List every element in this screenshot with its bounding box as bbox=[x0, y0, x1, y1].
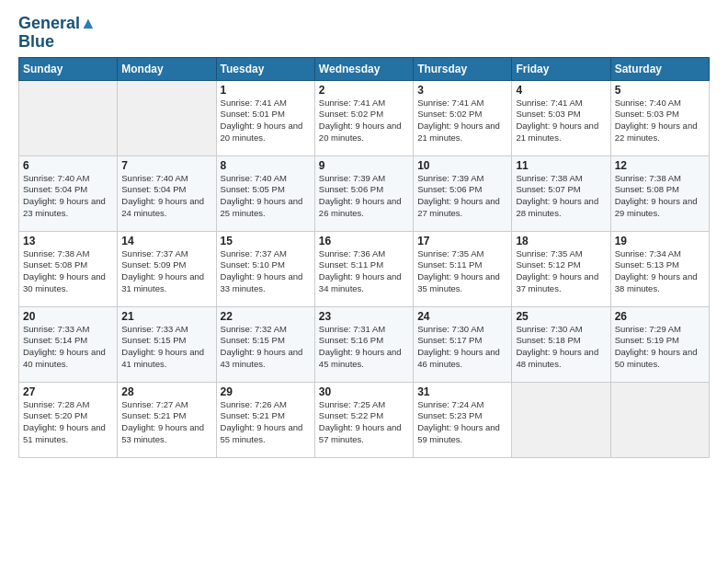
calendar-cell: 7Sunrise: 7:40 AM Sunset: 5:04 PM Daylig… bbox=[118, 155, 216, 231]
calendar-header-saturday: Saturday bbox=[610, 57, 709, 80]
day-info: Sunrise: 7:41 AM Sunset: 5:01 PM Dayligh… bbox=[221, 98, 311, 144]
day-number: 30 bbox=[319, 385, 409, 398]
calendar-cell: 12Sunrise: 7:38 AM Sunset: 5:08 PM Dayli… bbox=[610, 155, 709, 231]
day-number: 7 bbox=[121, 159, 211, 172]
day-info: Sunrise: 7:41 AM Sunset: 5:02 PM Dayligh… bbox=[319, 98, 409, 144]
day-number: 15 bbox=[221, 235, 311, 247]
day-number: 20 bbox=[23, 310, 113, 323]
page: General▲Blue SundayMondayTuesdayWednesda… bbox=[0, 0, 728, 563]
calendar-header-tuesday: Tuesday bbox=[216, 57, 314, 80]
day-number: 22 bbox=[221, 310, 311, 323]
calendar-cell: 21Sunrise: 7:33 AM Sunset: 5:15 PM Dayli… bbox=[118, 306, 216, 382]
day-number: 2 bbox=[319, 84, 409, 97]
day-number: 6 bbox=[23, 159, 113, 172]
day-info: Sunrise: 7:38 AM Sunset: 5:08 PM Dayligh… bbox=[23, 248, 113, 295]
calendar-header-monday: Monday bbox=[118, 57, 216, 80]
calendar-header-thursday: Thursday bbox=[414, 57, 512, 80]
day-number: 11 bbox=[516, 159, 606, 172]
day-number: 16 bbox=[319, 235, 409, 247]
calendar-week-row: 1Sunrise: 7:41 AM Sunset: 5:01 PM Daylig… bbox=[19, 80, 710, 155]
calendar-cell: 29Sunrise: 7:26 AM Sunset: 5:21 PM Dayli… bbox=[216, 382, 314, 457]
day-info: Sunrise: 7:40 AM Sunset: 5:05 PM Dayligh… bbox=[221, 173, 311, 220]
calendar-cell: 10Sunrise: 7:39 AM Sunset: 5:06 PM Dayli… bbox=[414, 155, 512, 231]
calendar-cell: 26Sunrise: 7:29 AM Sunset: 5:19 PM Dayli… bbox=[610, 306, 709, 382]
calendar-header-sunday: Sunday bbox=[19, 57, 118, 80]
day-number: 13 bbox=[23, 235, 113, 247]
calendar-cell: 15Sunrise: 7:37 AM Sunset: 5:10 PM Dayli… bbox=[216, 231, 314, 306]
day-number: 17 bbox=[417, 235, 507, 247]
calendar-cell: 20Sunrise: 7:33 AM Sunset: 5:14 PM Dayli… bbox=[19, 306, 118, 382]
day-info: Sunrise: 7:30 AM Sunset: 5:17 PM Dayligh… bbox=[417, 324, 507, 371]
day-info: Sunrise: 7:40 AM Sunset: 5:03 PM Dayligh… bbox=[615, 98, 705, 144]
day-info: Sunrise: 7:39 AM Sunset: 5:06 PM Dayligh… bbox=[319, 173, 409, 220]
calendar-cell: 31Sunrise: 7:24 AM Sunset: 5:23 PM Dayli… bbox=[414, 382, 512, 457]
calendar-cell: 27Sunrise: 7:28 AM Sunset: 5:20 PM Dayli… bbox=[19, 382, 118, 457]
calendar-cell: 19Sunrise: 7:34 AM Sunset: 5:13 PM Dayli… bbox=[610, 231, 709, 306]
day-info: Sunrise: 7:41 AM Sunset: 5:02 PM Dayligh… bbox=[417, 98, 507, 144]
calendar-cell: 24Sunrise: 7:30 AM Sunset: 5:17 PM Dayli… bbox=[414, 306, 512, 382]
day-info: Sunrise: 7:40 AM Sunset: 5:04 PM Dayligh… bbox=[121, 173, 211, 220]
day-number: 24 bbox=[417, 310, 507, 323]
calendar-cell bbox=[19, 80, 118, 155]
day-info: Sunrise: 7:25 AM Sunset: 5:22 PM Dayligh… bbox=[319, 399, 409, 446]
calendar-cell: 2Sunrise: 7:41 AM Sunset: 5:02 PM Daylig… bbox=[314, 80, 413, 155]
calendar-cell bbox=[610, 382, 709, 457]
logo: General▲Blue bbox=[18, 15, 97, 52]
day-info: Sunrise: 7:37 AM Sunset: 5:09 PM Dayligh… bbox=[121, 248, 211, 295]
day-info: Sunrise: 7:40 AM Sunset: 5:04 PM Dayligh… bbox=[23, 173, 113, 220]
day-number: 23 bbox=[319, 310, 409, 323]
calendar-cell: 6Sunrise: 7:40 AM Sunset: 5:04 PM Daylig… bbox=[19, 155, 118, 231]
day-number: 31 bbox=[417, 385, 507, 398]
day-info: Sunrise: 7:36 AM Sunset: 5:11 PM Dayligh… bbox=[319, 248, 409, 295]
day-info: Sunrise: 7:30 AM Sunset: 5:18 PM Dayligh… bbox=[516, 324, 606, 371]
day-number: 9 bbox=[319, 159, 409, 172]
calendar-header-row: SundayMondayTuesdayWednesdayThursdayFrid… bbox=[19, 57, 710, 80]
day-info: Sunrise: 7:38 AM Sunset: 5:07 PM Dayligh… bbox=[516, 173, 606, 220]
calendar-cell: 18Sunrise: 7:35 AM Sunset: 5:12 PM Dayli… bbox=[512, 231, 610, 306]
day-info: Sunrise: 7:27 AM Sunset: 5:21 PM Dayligh… bbox=[121, 399, 211, 446]
day-info: Sunrise: 7:39 AM Sunset: 5:06 PM Dayligh… bbox=[417, 173, 507, 220]
calendar-cell bbox=[512, 382, 610, 457]
day-info: Sunrise: 7:24 AM Sunset: 5:23 PM Dayligh… bbox=[417, 399, 507, 446]
calendar-cell: 16Sunrise: 7:36 AM Sunset: 5:11 PM Dayli… bbox=[314, 231, 413, 306]
calendar-cell: 23Sunrise: 7:31 AM Sunset: 5:16 PM Dayli… bbox=[314, 306, 413, 382]
day-info: Sunrise: 7:26 AM Sunset: 5:21 PM Dayligh… bbox=[221, 399, 311, 446]
header: General▲Blue bbox=[18, 15, 710, 52]
day-info: Sunrise: 7:41 AM Sunset: 5:03 PM Dayligh… bbox=[516, 98, 606, 144]
day-info: Sunrise: 7:28 AM Sunset: 5:20 PM Dayligh… bbox=[23, 399, 113, 446]
day-number: 14 bbox=[121, 235, 211, 247]
day-number: 12 bbox=[615, 159, 705, 172]
calendar-week-row: 6Sunrise: 7:40 AM Sunset: 5:04 PM Daylig… bbox=[19, 155, 710, 231]
calendar-cell: 1Sunrise: 7:41 AM Sunset: 5:01 PM Daylig… bbox=[216, 80, 314, 155]
calendar-header-wednesday: Wednesday bbox=[314, 57, 413, 80]
calendar-cell: 25Sunrise: 7:30 AM Sunset: 5:18 PM Dayli… bbox=[512, 306, 610, 382]
calendar-cell: 5Sunrise: 7:40 AM Sunset: 5:03 PM Daylig… bbox=[610, 80, 709, 155]
calendar-cell: 11Sunrise: 7:38 AM Sunset: 5:07 PM Dayli… bbox=[512, 155, 610, 231]
calendar-cell: 3Sunrise: 7:41 AM Sunset: 5:02 PM Daylig… bbox=[414, 80, 512, 155]
calendar-cell: 22Sunrise: 7:32 AM Sunset: 5:15 PM Dayli… bbox=[216, 306, 314, 382]
day-info: Sunrise: 7:37 AM Sunset: 5:10 PM Dayligh… bbox=[221, 248, 311, 295]
day-info: Sunrise: 7:34 AM Sunset: 5:13 PM Dayligh… bbox=[615, 248, 705, 295]
calendar-table: SundayMondayTuesdayWednesdayThursdayFrid… bbox=[18, 57, 710, 458]
day-info: Sunrise: 7:33 AM Sunset: 5:14 PM Dayligh… bbox=[23, 324, 113, 371]
day-number: 5 bbox=[615, 84, 705, 97]
day-number: 3 bbox=[417, 84, 507, 97]
calendar-week-row: 13Sunrise: 7:38 AM Sunset: 5:08 PM Dayli… bbox=[19, 231, 710, 306]
day-info: Sunrise: 7:33 AM Sunset: 5:15 PM Dayligh… bbox=[121, 324, 211, 371]
day-number: 25 bbox=[516, 310, 606, 323]
calendar-cell: 9Sunrise: 7:39 AM Sunset: 5:06 PM Daylig… bbox=[314, 155, 413, 231]
day-number: 10 bbox=[417, 159, 507, 172]
day-number: 29 bbox=[221, 385, 311, 398]
calendar-cell: 14Sunrise: 7:37 AM Sunset: 5:09 PM Dayli… bbox=[118, 231, 216, 306]
calendar-week-row: 20Sunrise: 7:33 AM Sunset: 5:14 PM Dayli… bbox=[19, 306, 710, 382]
calendar-cell: 28Sunrise: 7:27 AM Sunset: 5:21 PM Dayli… bbox=[118, 382, 216, 457]
day-number: 28 bbox=[121, 385, 211, 398]
logo-text: General▲Blue bbox=[18, 15, 97, 52]
day-number: 19 bbox=[615, 235, 705, 247]
calendar-cell bbox=[118, 80, 216, 155]
day-info: Sunrise: 7:31 AM Sunset: 5:16 PM Dayligh… bbox=[319, 324, 409, 371]
day-number: 4 bbox=[516, 84, 606, 97]
calendar-header-friday: Friday bbox=[512, 57, 610, 80]
calendar-cell: 4Sunrise: 7:41 AM Sunset: 5:03 PM Daylig… bbox=[512, 80, 610, 155]
day-info: Sunrise: 7:35 AM Sunset: 5:11 PM Dayligh… bbox=[417, 248, 507, 295]
